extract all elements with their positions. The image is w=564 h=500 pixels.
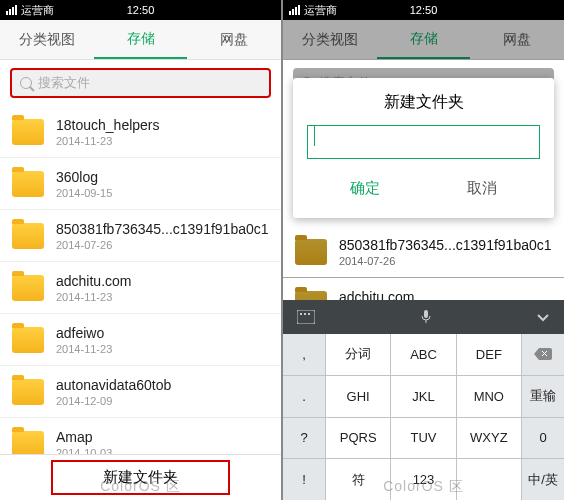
folder-icon [12, 431, 44, 455]
key-DEF[interactable]: DEF [457, 334, 521, 375]
search-icon [20, 77, 32, 89]
list-item[interactable]: autonavidata60tob2014-12-09 [0, 366, 281, 418]
key-0[interactable]: 0 [522, 418, 564, 459]
tab-category[interactable]: 分类视图 [0, 20, 94, 59]
key-GHI[interactable]: GHI [326, 376, 390, 417]
key-WXYZ[interactable]: WXYZ [457, 418, 521, 459]
file-date: 2014-10-03 [56, 447, 112, 455]
file-date: 2014-11-23 [56, 135, 160, 147]
key-.[interactable]: . [283, 376, 325, 417]
statusbar: 运营商 12:50 [0, 0, 281, 20]
phone-left: 运营商 12:50 分类视图 存储 网盘 搜索文件 18touch_helper… [0, 0, 281, 500]
svg-rect-1 [300, 313, 302, 315]
tab-storage[interactable]: 存储 [377, 20, 471, 59]
carrier-label: 运营商 [21, 3, 54, 18]
top-tabs: 分类视图 存储 网盘 [283, 20, 564, 60]
folder-icon [12, 171, 44, 197]
file-name: 850381fb736345...c1391f91ba0c1 [339, 237, 552, 253]
svg-rect-0 [297, 310, 315, 324]
key-分词[interactable]: 分词 [326, 334, 390, 375]
footer: 新建文件夹 [0, 454, 281, 500]
list-item[interactable]: Amap2014-10-03 [0, 418, 281, 454]
folder-icon [12, 119, 44, 145]
key-123[interactable]: 123 [391, 459, 455, 500]
key-MNO[interactable]: MNO [457, 376, 521, 417]
file-name: 360log [56, 169, 112, 185]
search-input[interactable]: 搜索文件 [10, 68, 271, 98]
folder-name-input[interactable] [307, 125, 540, 159]
key-backspace[interactable] [522, 334, 564, 375]
key-space[interactable] [457, 459, 521, 500]
folder-icon [12, 275, 44, 301]
list-item[interactable]: 18touch_helpers2014-11-23 [0, 106, 281, 158]
collapse-icon[interactable] [536, 312, 550, 322]
list-item[interactable]: 850381fb736345...c1391f91ba0c12014-07-26 [0, 210, 281, 262]
top-tabs: 分类视图 存储 网盘 [0, 20, 281, 60]
mic-icon[interactable] [420, 309, 432, 325]
file-name: adchitu.com [56, 273, 131, 289]
list-item[interactable]: adfeiwo2014-11-23 [0, 314, 281, 366]
keyboard-switch-icon[interactable] [297, 310, 315, 324]
carrier-label: 运营商 [304, 3, 337, 18]
file-name: Amap [56, 429, 112, 445]
folder-icon [12, 223, 44, 249]
file-date: 2014-11-23 [56, 291, 131, 303]
dialog-cancel-button[interactable]: 取消 [424, 173, 541, 204]
clock: 12:50 [410, 4, 438, 16]
svg-rect-2 [304, 313, 306, 315]
file-date: 2014-11-23 [56, 343, 112, 355]
key-TUV[interactable]: TUV [391, 418, 455, 459]
key-![interactable]: ! [283, 459, 325, 500]
key-中/英[interactable]: 中/英 [522, 459, 564, 500]
phone-right: 运营商 12:50 分类视图 存储 网盘 搜索文件 850381fb736345… [283, 0, 564, 500]
statusbar: 运营商 12:50 [283, 0, 564, 20]
key-JKL[interactable]: JKL [391, 376, 455, 417]
file-date: 2014-12-09 [56, 395, 171, 407]
svg-rect-3 [308, 313, 310, 315]
file-name: 18touch_helpers [56, 117, 160, 133]
keyboard: ,分词ABCDEF.GHIJKLMNO重输?PQRSTUVWXYZ0!符123 … [283, 300, 564, 500]
file-date: 2014-07-26 [56, 239, 269, 251]
svg-rect-4 [424, 310, 428, 318]
signal-icon [289, 5, 300, 15]
file-date: 2014-07-26 [339, 255, 552, 267]
key-?[interactable]: ? [283, 418, 325, 459]
tab-cloud[interactable]: 网盘 [187, 20, 281, 59]
folder-icon [12, 379, 44, 405]
list-item[interactable]: 360log2014-09-15 [0, 158, 281, 210]
key-重输[interactable]: 重输 [522, 376, 564, 417]
dialog-ok-button[interactable]: 确定 [307, 173, 424, 204]
dialog-title: 新建文件夹 [307, 92, 540, 113]
key-符[interactable]: 符 [326, 459, 390, 500]
signal-icon [6, 5, 17, 15]
new-folder-button[interactable]: 新建文件夹 [51, 460, 230, 495]
file-date: 2014-09-15 [56, 187, 112, 199]
file-name: autonavidata60tob [56, 377, 171, 393]
clock: 12:50 [127, 4, 155, 16]
file-name: adfeiwo [56, 325, 112, 341]
tab-storage[interactable]: 存储 [94, 20, 188, 59]
file-name: 850381fb736345...c1391f91ba0c1 [56, 221, 269, 237]
tab-category[interactable]: 分类视图 [283, 20, 377, 59]
search-placeholder: 搜索文件 [38, 74, 90, 92]
key-,[interactable]: , [283, 334, 325, 375]
key-PQRS[interactable]: PQRS [326, 418, 390, 459]
tab-cloud[interactable]: 网盘 [470, 20, 564, 59]
list-item[interactable]: adchitu.com2014-11-23 [0, 262, 281, 314]
list-item[interactable]: 850381fb736345...c1391f91ba0c12014-07-26 [283, 226, 564, 278]
key-ABC[interactable]: ABC [391, 334, 455, 375]
new-folder-dialog: 新建文件夹 确定 取消 [293, 78, 554, 218]
folder-icon [12, 327, 44, 353]
file-list: 18touch_helpers2014-11-23360log2014-09-1… [0, 106, 281, 454]
folder-icon [295, 239, 327, 265]
